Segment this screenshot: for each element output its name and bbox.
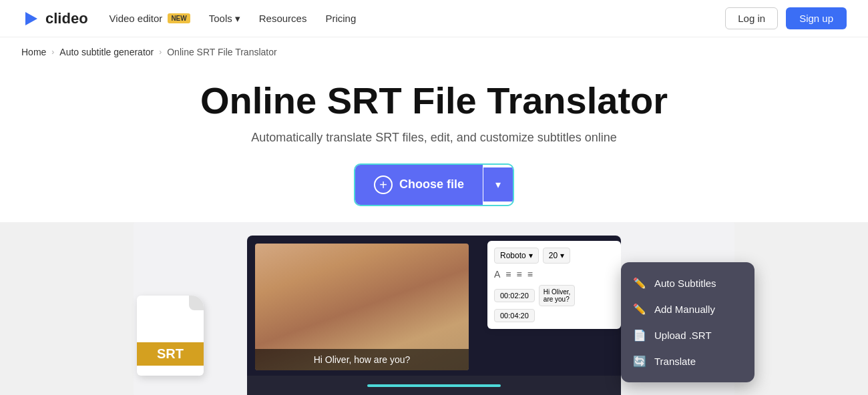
dropdown-item-auto-subtitles[interactable]: ✏️ Auto Subtitles — [621, 270, 754, 296]
hero-title: Online SRT File Translator — [0, 80, 868, 121]
logo-text: clideo — [45, 10, 88, 27]
srt-paper: SRT — [137, 296, 204, 376]
align-text-icon[interactable]: A — [494, 269, 500, 280]
timeline-progress — [367, 384, 501, 387]
login-button[interactable]: Log in — [725, 7, 778, 29]
logo[interactable]: clideo — [21, 9, 88, 28]
navbar: clideo Video editor NEW Tools ▾ Resource… — [0, 0, 868, 37]
hero-section: Online SRT File Translator Automatically… — [0, 67, 868, 222]
new-badge: NEW — [168, 13, 190, 23]
translate-icon: 🔄 — [633, 355, 646, 368]
choose-file-wrapper: + Choose file ▾ — [354, 163, 514, 206]
clideo-logo-icon — [21, 9, 40, 28]
dropdown-item-upload-srt[interactable]: 📄 Upload .SRT — [621, 322, 754, 348]
plus-icon: + — [374, 175, 393, 194]
subtitle-dropdown-menu: ✏️ Auto Subtitles ✏️ Add Manually 📄 Uplo… — [621, 262, 754, 382]
align-left-icon[interactable]: ≡ — [505, 269, 511, 280]
nav-resources[interactable]: Resources — [259, 13, 307, 24]
breadcrumb-parent[interactable]: Auto subtitle generator — [59, 47, 154, 57]
dropdown-chevron-icon: ▾ — [495, 178, 501, 191]
nav-links: Video editor NEW Tools ▾ Resources Prici… — [110, 13, 357, 25]
breadcrumb-sep-2: › — [159, 47, 162, 57]
srt-label: SRT — [137, 342, 204, 366]
size-dropdown-icon: ▾ — [560, 251, 564, 260]
dropdown-item-add-manually[interactable]: ✏️ Add Manually — [621, 296, 754, 322]
nav-right: Log in Sign up — [725, 7, 847, 29]
nav-pricing[interactable]: Pricing — [325, 13, 356, 24]
breadcrumb: Home › Auto subtitle generator › Online … — [0, 37, 868, 67]
video-subtitle-overlay: Hi Oliver, how are you? — [255, 349, 469, 370]
preview-section: SRT Hi Oliver, how are you? Roboto ▾ 20 … — [0, 222, 868, 395]
panel-time-rows: 00:02:20 Hi Oliver, are you? 00:04:20 — [494, 285, 614, 322]
size-select[interactable]: 20 ▾ — [543, 248, 570, 264]
timeline-bar — [247, 376, 621, 395]
font-select[interactable]: Roboto ▾ — [494, 248, 539, 264]
add-manually-icon: ✏️ — [633, 303, 646, 316]
tools-chevron-icon: ▾ — [235, 13, 240, 25]
dropdown-item-translate[interactable]: 🔄 Translate — [621, 348, 754, 374]
signup-button[interactable]: Sign up — [786, 7, 847, 29]
editor-panel: Roboto ▾ 20 ▾ A ≡ ≡ ≡ 00:02:20 Hi Oliver… — [487, 241, 621, 329]
nav-left: clideo Video editor NEW Tools ▾ Resource… — [21, 9, 356, 28]
panel-time-row-1: 00:02:20 Hi Oliver, are you? — [494, 285, 614, 306]
breadcrumb-current: Online SRT File Translator — [167, 47, 276, 57]
panel-time-row-2: 00:04:20 — [494, 309, 614, 322]
text-preview-1: Hi Oliver, are you? — [539, 285, 576, 306]
panel-font-row: Roboto ▾ 20 ▾ — [494, 248, 614, 264]
time-box-1[interactable]: 00:02:20 — [494, 289, 535, 302]
align-right-icon[interactable]: ≡ — [527, 269, 533, 280]
breadcrumb-sep-1: › — [51, 47, 54, 57]
upload-srt-icon: 📄 — [633, 329, 646, 342]
editor-video-area: Hi Oliver, how are you? — [255, 244, 469, 370]
auto-subtitles-icon: ✏️ — [633, 277, 646, 290]
nav-video-editor[interactable]: Video editor NEW — [110, 13, 190, 24]
breadcrumb-home[interactable]: Home — [21, 47, 46, 57]
svg-marker-0 — [25, 12, 37, 25]
hero-subtitle: Automatically translate SRT files, edit,… — [0, 131, 868, 145]
choose-file-button[interactable]: + Choose file — [355, 165, 483, 205]
time-box-2[interactable]: 00:04:20 — [494, 309, 535, 322]
editor-mockup: Hi Oliver, how are you? Roboto ▾ 20 ▾ A … — [247, 236, 621, 395]
align-center-icon[interactable]: ≡ — [517, 269, 522, 280]
font-dropdown-icon: ▾ — [529, 251, 533, 260]
choose-file-dropdown-button[interactable]: ▾ — [483, 167, 513, 202]
srt-file-icon: SRT — [137, 296, 210, 382]
nav-tools[interactable]: Tools ▾ — [209, 13, 240, 25]
panel-align-row: A ≡ ≡ ≡ — [494, 269, 614, 280]
